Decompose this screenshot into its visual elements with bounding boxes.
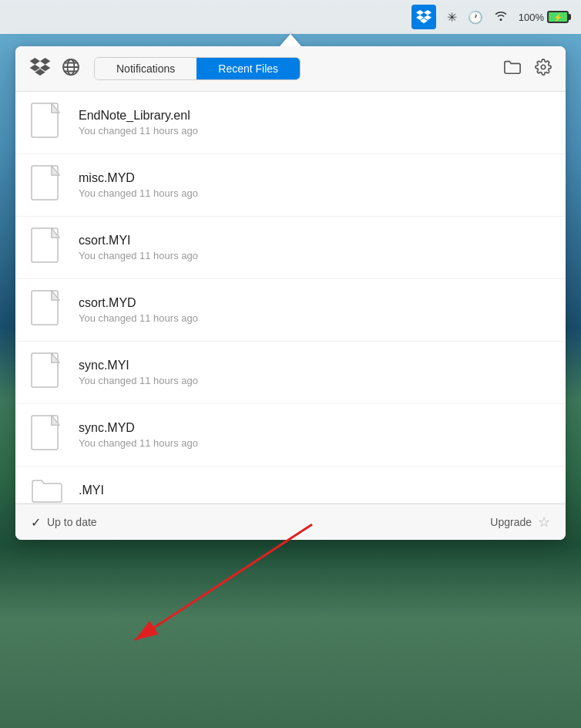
file-info: EndNote_Library.enl You changed 11 hours… bbox=[79, 109, 550, 136]
time-machine-icon: 🕐 bbox=[468, 10, 483, 25]
menubar: ✳ 🕐 100% ⚡ bbox=[0, 0, 581, 34]
footer-status: ✓ Up to date bbox=[31, 515, 97, 530]
partial-file-name: .MYI bbox=[79, 477, 104, 497]
file-item[interactable]: misc.MYD You changed 11 hours ago bbox=[15, 154, 566, 217]
file-icon bbox=[31, 415, 66, 455]
star-icon: ☆ bbox=[538, 514, 550, 531]
dropbox-menubar-icon[interactable] bbox=[411, 5, 436, 29]
file-name: csort.MYD bbox=[79, 296, 550, 310]
file-name: EndNote_Library.enl bbox=[79, 109, 550, 123]
file-icon bbox=[31, 103, 66, 143]
file-name: sync.MYI bbox=[79, 359, 550, 372]
file-icon bbox=[31, 290, 66, 330]
file-item[interactable]: sync.MYI You changed 11 hours ago bbox=[15, 342, 566, 404]
upgrade-label: Upgrade bbox=[490, 516, 532, 528]
status-text: Up to date bbox=[47, 516, 97, 528]
dropbox-logo-icon[interactable] bbox=[29, 58, 51, 79]
file-list: EndNote_Library.enl You changed 11 hours… bbox=[15, 92, 566, 504]
file-item[interactable]: csort.MYD You changed 11 hours ago bbox=[15, 279, 566, 342]
settings-gear-icon[interactable] bbox=[535, 59, 552, 79]
battery-indicator: 100% ⚡ bbox=[519, 11, 569, 23]
file-info: csort.MYD You changed 11 hours ago bbox=[79, 296, 550, 324]
upgrade-button[interactable]: Upgrade ☆ bbox=[490, 514, 550, 531]
folder-icon bbox=[31, 477, 66, 504]
file-info: sync.MYI You changed 11 hours ago bbox=[79, 359, 550, 386]
file-meta: You changed 11 hours ago bbox=[79, 375, 550, 386]
file-item[interactable]: csort.MYI You changed 11 hours ago bbox=[15, 217, 566, 279]
globe-icon[interactable] bbox=[62, 58, 80, 79]
tab-group: Notifications Recent Files bbox=[94, 57, 301, 80]
folder-icon[interactable] bbox=[504, 59, 521, 78]
panel-header: Notifications Recent Files bbox=[15, 46, 566, 92]
file-item[interactable]: sync.MYD You changed 11 hours ago bbox=[15, 404, 566, 467]
file-icon bbox=[31, 352, 66, 393]
tab-recent-files[interactable]: Recent Files bbox=[196, 58, 300, 79]
file-item[interactable]: EndNote_Library.enl You changed 11 hours… bbox=[15, 92, 566, 154]
file-meta: You changed 11 hours ago bbox=[79, 187, 550, 199]
battery-icon: ⚡ bbox=[547, 11, 569, 23]
file-info: csort.MYI You changed 11 hours ago bbox=[79, 234, 550, 261]
file-meta: You changed 11 hours ago bbox=[79, 312, 550, 324]
file-icon bbox=[31, 165, 66, 205]
file-meta: You changed 11 hours ago bbox=[79, 250, 550, 261]
wifi-icon bbox=[494, 10, 508, 24]
dropbox-panel: Notifications Recent Files bbox=[15, 46, 566, 540]
bluetooth-icon: ✳ bbox=[447, 10, 457, 25]
panel-caret bbox=[280, 34, 301, 46]
file-icon bbox=[31, 228, 66, 268]
svg-point-5 bbox=[541, 65, 546, 69]
header-right-icons bbox=[504, 59, 552, 79]
file-item-partial[interactable]: .MYI bbox=[15, 467, 566, 504]
file-name: misc.MYD bbox=[79, 171, 550, 185]
file-info: sync.MYD You changed 11 hours ago bbox=[79, 421, 550, 449]
battery-percent-label: 100% bbox=[519, 12, 544, 23]
panel-footer: ✓ Up to date Upgrade ☆ bbox=[15, 504, 566, 540]
checkmark-icon: ✓ bbox=[31, 515, 41, 530]
file-name: sync.MYD bbox=[79, 421, 550, 435]
file-meta: You changed 11 hours ago bbox=[79, 125, 550, 136]
file-name: csort.MYI bbox=[79, 234, 550, 248]
tab-notifications[interactable]: Notifications bbox=[95, 58, 196, 79]
file-meta: You changed 11 hours ago bbox=[79, 437, 550, 449]
file-info: misc.MYD You changed 11 hours ago bbox=[79, 171, 550, 199]
